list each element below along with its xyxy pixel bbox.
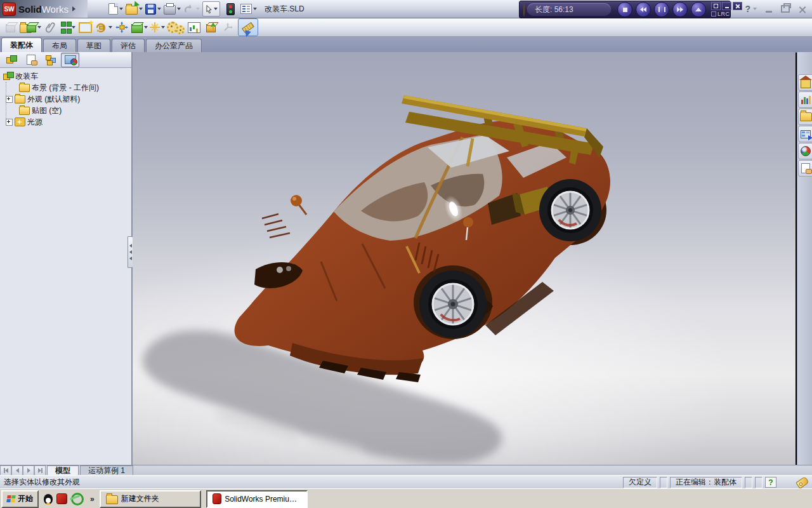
lrc-checkbox[interactable] — [711, 11, 716, 17]
insert-component-button[interactable] — [3, 20, 18, 35]
assembly-features-button[interactable] — [131, 20, 148, 35]
player-close-button[interactable] — [733, 2, 742, 10]
title-bar: SW SolidWorks 改装车.SLD 长度: 56:13 — [0, 0, 812, 18]
graphics-viewport[interactable] — [133, 52, 796, 465]
design-library-button[interactable] — [798, 91, 812, 108]
qq-icon[interactable] — [44, 494, 53, 504]
solidworks-logo-icon: SW — [3, 3, 16, 16]
prev-tab-button[interactable] — [11, 465, 23, 476]
view-palette-button[interactable] — [798, 126, 812, 142]
taskbar-item-folder[interactable]: 新建文件夹 — [100, 490, 201, 508]
tag-icon[interactable] — [796, 476, 809, 488]
player-minimize-button[interactable] — [722, 2, 731, 10]
player-window-controls: LRC — [711, 2, 742, 17]
next-tab-button[interactable] — [23, 465, 34, 476]
new-document-button[interactable] — [108, 1, 123, 17]
player-avatar — [523, 3, 525, 17]
feature-manager-icon — [6, 55, 16, 64]
custom-properties-button[interactable] — [798, 160, 812, 177]
solidworks-task-icon — [213, 493, 221, 504]
instant3d-button[interactable] — [238, 18, 258, 36]
move-component-button[interactable] — [114, 20, 129, 35]
configuration-manager-tab[interactable] — [41, 53, 60, 67]
help-button[interactable]: ? — [745, 4, 757, 14]
first-tab-button[interactable] — [0, 465, 11, 476]
tab-layout[interactable]: 布局 — [43, 39, 76, 52]
window-minimize-button[interactable] — [766, 11, 772, 13]
rotate-component-button[interactable] — [95, 20, 112, 35]
view-settings-button[interactable] — [223, 1, 238, 17]
car-model-render — [133, 52, 796, 465]
traffic-light-icon — [226, 3, 235, 15]
new-document-icon — [108, 3, 118, 15]
save-button[interactable] — [145, 1, 161, 17]
tab-model[interactable]: 模型 — [47, 465, 79, 476]
model-tab-bar: 模型 运动算例 1 — [0, 465, 812, 476]
quick-launch-overflow[interactable]: » — [90, 495, 95, 504]
window-close-button[interactable] — [799, 6, 806, 13]
status-cell — [755, 477, 763, 488]
start-button[interactable]: 开始 — [1, 490, 39, 508]
options-button[interactable] — [240, 1, 257, 17]
feature-manager-tab[interactable] — [2, 53, 20, 67]
tab-motion-study[interactable]: 运动算例 1 — [80, 465, 133, 476]
solidworks-resources-button[interactable] — [798, 74, 812, 91]
last-tab-button[interactable] — [34, 465, 46, 476]
lrc-toggle[interactable]: LRC — [711, 11, 742, 17]
tab-evaluate[interactable]: 评估 — [112, 39, 145, 52]
insert-components-button[interactable] — [20, 20, 41, 35]
undo-button[interactable] — [183, 1, 200, 17]
rear-wheel — [539, 179, 601, 241]
tree-item-decals[interactable]: 贴图 (空) — [3, 105, 131, 116]
standard-toolbar — [108, 1, 257, 17]
stop-button[interactable] — [617, 2, 632, 17]
command-manager-tabs: 装配体 布局 草图 评估 办公室产品 — [0, 37, 812, 53]
taskbar-item-solidworks[interactable]: SolidWorks Premium 200... — [206, 490, 308, 508]
select-tool-button[interactable] — [202, 1, 220, 17]
expand-plus-icon[interactable] — [6, 96, 13, 103]
expand-plus-icon[interactable] — [6, 119, 13, 126]
property-manager-tab[interactable] — [22, 53, 40, 67]
light-source-icon — [15, 117, 25, 126]
first-icon — [5, 468, 8, 473]
tree-item-lights[interactable]: 光源 — [3, 116, 131, 128]
eject-button[interactable] — [691, 2, 706, 17]
tab-office-products[interactable]: 办公室产品 — [146, 39, 202, 52]
reference-geometry-button[interactable] — [150, 20, 165, 35]
file-explorer-button[interactable] — [798, 109, 812, 125]
open-button[interactable] — [126, 1, 143, 17]
forward-button[interactable] — [672, 2, 688, 17]
solidworks-quick-launch-icon[interactable] — [56, 493, 67, 504]
app-logo: SW SolidWorks — [0, 0, 88, 18]
menu-flyout-icon[interactable] — [72, 6, 75, 11]
tab-assembly[interactable]: 装配体 — [1, 37, 42, 52]
player-maximize-button[interactable] — [711, 2, 721, 10]
quick-tips-button[interactable]: ? — [765, 477, 776, 488]
status-cell — [660, 477, 667, 488]
linear-pattern-button[interactable] — [60, 20, 75, 35]
pause-button[interactable] — [654, 2, 669, 17]
folder-icon — [19, 84, 30, 92]
assembly-icon — [3, 72, 13, 81]
print-button[interactable] — [164, 1, 181, 17]
smart-fasteners-button[interactable] — [77, 20, 93, 35]
network-icon[interactable] — [71, 493, 84, 505]
window-restore-button[interactable] — [781, 5, 790, 13]
new-motion-study-button[interactable] — [187, 20, 202, 35]
next-icon — [27, 468, 30, 473]
player-track-info: 长度: 56:13 — [527, 3, 611, 16]
tab-sketch[interactable]: 草图 — [77, 39, 110, 52]
appearances-scenes-button[interactable] — [798, 143, 812, 159]
start-label: 开始 — [18, 493, 33, 504]
car-body-group — [235, 95, 610, 382]
motion-button[interactable] — [167, 20, 185, 35]
rewind-button[interactable] — [636, 2, 651, 17]
tree-item-scene[interactable]: 布景 (背景 - 工作间) — [3, 82, 131, 93]
select-cursor-icon — [205, 4, 213, 14]
tree-root-item[interactable]: 改装车 — [3, 70, 131, 82]
exploded-view-button[interactable] — [204, 20, 219, 35]
tree-item-appearances[interactable]: 外观 (默认塑料) — [3, 93, 131, 105]
explode-line-sketch-button[interactable] — [221, 20, 236, 35]
display-manager-tab[interactable] — [61, 53, 79, 67]
mate-button[interactable] — [43, 20, 58, 35]
